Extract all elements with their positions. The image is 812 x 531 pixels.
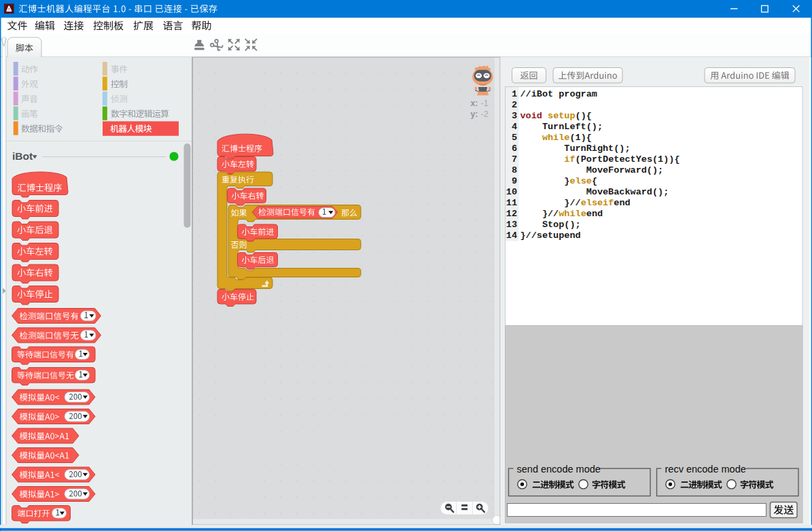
svg-text:(){: (){ (576, 111, 592, 121)
svg-text:7: 7 (512, 154, 517, 165)
svg-text:8: 8 (512, 165, 517, 175)
svg-text:y:: y: (471, 109, 478, 119)
svg-text:Stop();: Stop(); (520, 220, 581, 230)
svg-text:send encode mode: send encode mode (517, 464, 601, 475)
svg-text:MoveForward();: MoveForward(); (520, 165, 664, 175)
svg-text:11: 11 (506, 198, 517, 208)
svg-text:setup: setup (548, 111, 576, 121)
svg-text:while: while (559, 209, 586, 219)
svg-text:TurnLeft();: TurnLeft(); (520, 122, 603, 132)
svg-text://iBot program: //iBot program (520, 89, 597, 99)
svg-text:elseif: elseif (581, 198, 614, 208)
svg-text:14: 14 (506, 230, 517, 241)
svg-text:end: end (614, 198, 630, 208)
svg-text:end: end (586, 209, 603, 219)
svg-text:-2: -2 (481, 109, 489, 119)
svg-text:12: 12 (506, 209, 517, 219)
svg-text:TurnRight();: TurnRight(); (520, 143, 631, 154)
svg-text:2: 2 (512, 100, 517, 110)
svg-text:while: while (542, 133, 570, 143)
svg-text:void: void (520, 111, 542, 121)
svg-text:6: 6 (512, 143, 517, 154)
svg-text:1: 1 (512, 89, 517, 99)
svg-text:(1){: (1){ (569, 133, 591, 143)
svg-text:10: 10 (506, 187, 517, 197)
svg-text:if: if (564, 154, 575, 165)
svg-text:{: { (592, 176, 597, 186)
svg-text:else: else (569, 176, 591, 186)
svg-text:3: 3 (512, 111, 517, 121)
svg-text:x:: x: (471, 99, 478, 108)
svg-text:-1: -1 (481, 99, 489, 108)
svg-text:4: 4 (512, 122, 517, 132)
svg-text:}//setupend: }//setupend (520, 230, 581, 241)
svg-text:(PortDetectYes(1)){: (PortDetectYes(1)){ (576, 154, 680, 165)
svg-text:9: 9 (512, 176, 517, 186)
svg-text:}//: }// (520, 198, 581, 208)
svg-text:5: 5 (512, 133, 517, 143)
svg-text:MoveBackward();: MoveBackward(); (520, 187, 669, 197)
svg-text:13: 13 (506, 220, 517, 230)
svg-text:recv encode mode: recv encode mode (665, 464, 746, 475)
svg-text:iBot: iBot (12, 150, 33, 162)
svg-text:}//: }// (520, 209, 559, 219)
svg-text:}: } (520, 176, 570, 186)
